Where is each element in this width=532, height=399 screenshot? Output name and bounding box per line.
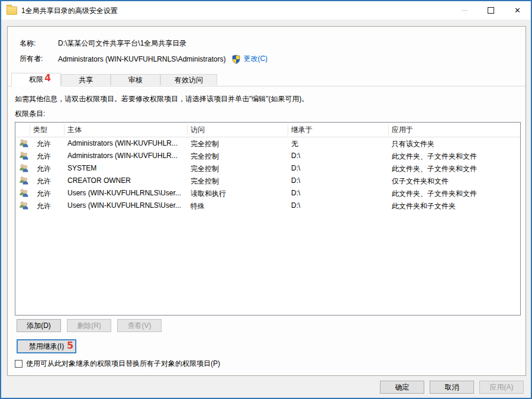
permission-entry-row[interactable]: 允许 SYSTEM 完全控制 D:\ 此文件夹、子文件夹和文件: [15, 162, 520, 175]
column-header-applies-to[interactable]: 应用于: [392, 125, 413, 135]
permission-entry-row[interactable]: 允许 Administrators (WIN-KUVFUHLR... 完全控制 …: [15, 150, 520, 162]
replace-permissions-row: 使用可从此对象继承的权限项目替换所有子对象的权限项目(P): [15, 359, 220, 369]
apply-button: 应用(A): [479, 381, 524, 394]
cell-access: 完全控制: [191, 139, 219, 149]
cell-principal: Administrators (WIN-KUVFUHLR...: [67, 139, 178, 147]
ok-button[interactable]: 确定: [380, 381, 424, 394]
users-icon: [19, 151, 29, 160]
tab-share[interactable]: 共享: [61, 74, 111, 85]
permission-entry-row[interactable]: 允许 Users (WIN-KUVFUHLRNLS\User... 读取和执行 …: [15, 187, 520, 199]
content-panel: 名称: D:\某某公司文件共享平台\1全局共享目录 所有者: Administr…: [7, 26, 526, 376]
annotation-4: 4: [44, 72, 51, 83]
cell-access: 完全控制: [191, 152, 219, 162]
cell-applies-to: 仅子文件夹和文件: [392, 176, 449, 186]
change-owner-link[interactable]: 更改(C): [243, 54, 267, 64]
column-header-type[interactable]: 类型: [33, 125, 47, 135]
cell-type: 允许: [37, 139, 51, 149]
owner-value: Administrators (WIN-KUVFUHLRNLS\Administ…: [58, 55, 225, 63]
title-bar: 1全局共享目录的高级安全设置 ✕: [1, 1, 531, 20]
advanced-security-dialog: 1全局共享目录的高级安全设置 ✕ 名称: D:\某某公司文件共享平台\1全局共享…: [0, 0, 532, 399]
permission-entries-list: 类型 主体 访问 继承于 应用于 允许 Administrators (WIN-…: [15, 122, 521, 316]
owner-label: 所有者:: [20, 54, 43, 64]
tab-effective-access[interactable]: 有效访问: [160, 74, 217, 85]
users-icon: [19, 188, 29, 198]
cell-inherited-from: D:\: [291, 201, 300, 210]
cell-access: 读取和执行: [191, 189, 226, 199]
cell-principal: Users (WIN-KUVFUHLRNLS\User...: [67, 201, 181, 210]
cell-applies-to: 只有该文件夹: [392, 139, 434, 149]
cell-type: 允许: [37, 152, 51, 162]
cell-principal: CREATOR OWNER: [67, 176, 131, 185]
cell-inherited-from: D:\: [291, 164, 300, 172]
folder-icon: [7, 7, 17, 15]
close-icon: ✕: [514, 7, 521, 14]
cancel-button[interactable]: 取消: [430, 381, 474, 394]
cell-principal: SYSTEM: [67, 164, 96, 172]
permission-rows: 允许 Administrators (WIN-KUVFUHLR... 完全控制 …: [15, 137, 520, 212]
permissions-description: 如需其他信息，请双击权限项目。若要修改权限项目，请选择该项目并单击"编辑"(如果…: [15, 94, 518, 104]
cell-applies-to: 此文件夹、子文件夹和文件: [392, 164, 477, 174]
name-value: D:\某某公司文件共享平台\1全局共享目录: [58, 38, 186, 49]
remove-button: 删除(R): [67, 319, 111, 332]
name-label: 名称:: [20, 38, 36, 49]
users-icon: [19, 139, 29, 148]
permission-entry-row[interactable]: 允许 Administrators (WIN-KUVFUHLR... 完全控制 …: [15, 137, 520, 150]
tab-permissions[interactable]: 权限: [11, 73, 61, 86]
cell-inherited-from: D:\: [291, 176, 300, 185]
annotation-5: 5: [67, 340, 73, 351]
cell-type: 允许: [37, 201, 51, 211]
cell-access: 完全控制: [191, 176, 219, 186]
column-header-inherited-from[interactable]: 继承于: [291, 125, 312, 135]
maximize-button[interactable]: [478, 1, 504, 20]
minimize-icon: [462, 10, 467, 11]
cell-applies-to: 此文件夹和子文件夹: [392, 201, 456, 211]
permission-entry-row[interactable]: 允许 CREATOR OWNER 完全控制 D:\ 仅子文件夹和文件: [15, 175, 520, 187]
column-header-principal[interactable]: 主体: [67, 125, 82, 135]
cell-type: 允许: [37, 189, 51, 199]
cell-inherited-from: D:\: [291, 152, 300, 160]
cell-applies-to: 此文件夹、子文件夹和文件: [392, 152, 477, 162]
users-icon: [19, 163, 29, 173]
close-button[interactable]: ✕: [504, 1, 531, 20]
entries-label: 权限条目:: [15, 109, 45, 119]
cell-access: 特殊: [191, 201, 205, 211]
cell-type: 允许: [37, 164, 51, 174]
users-icon: [19, 176, 29, 185]
list-header: 类型 主体 访问 继承于 应用于: [15, 123, 520, 137]
view-button: 查看(V): [117, 319, 162, 332]
cell-access: 完全控制: [191, 164, 219, 174]
tab-strip: 权限 共享 审核 有效访问: [8, 73, 525, 86]
tab-auditing[interactable]: 审核: [111, 74, 160, 85]
permission-entry-row[interactable]: 允许 Users (WIN-KUVFUHLRNLS\User... 特殊 D:\…: [15, 199, 520, 212]
cell-inherited-from: D:\: [291, 189, 300, 197]
cell-type: 允许: [37, 176, 51, 186]
window-title: 1全局共享目录的高级安全设置: [21, 5, 451, 16]
replace-permissions-label: 使用可从此对象继承的权限项目替换所有子对象的权限项目(P): [26, 359, 220, 369]
users-icon: [19, 201, 29, 210]
cell-inherited-from: 无: [291, 139, 298, 149]
cell-applies-to: 此文件夹、子文件夹和文件: [392, 189, 477, 199]
add-button[interactable]: 添加(D): [17, 319, 61, 332]
cell-principal: Users (WIN-KUVFUHLRNLS\User...: [67, 189, 181, 197]
cell-principal: Administrators (WIN-KUVFUHLR...: [67, 152, 178, 160]
column-header-access[interactable]: 访问: [191, 125, 205, 135]
uac-shield-icon: [231, 54, 241, 64]
minimize-button[interactable]: [451, 1, 478, 20]
maximize-icon: [488, 7, 494, 14]
replace-permissions-checkbox[interactable]: [15, 360, 22, 368]
owner-line: Administrators (WIN-KUVFUHLRNLS\Administ…: [58, 54, 267, 64]
